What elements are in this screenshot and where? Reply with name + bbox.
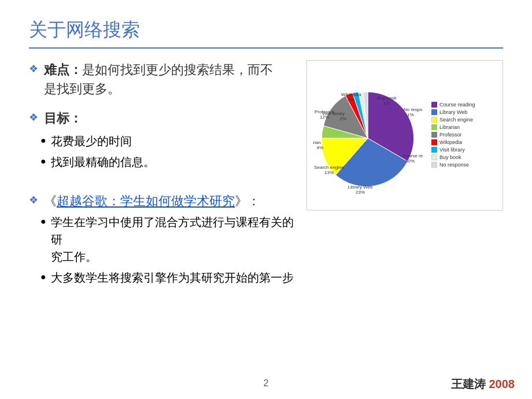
diamond-bullet-1: ❖	[29, 61, 38, 77]
legend-color-professor	[431, 132, 437, 138]
sub-bullet-2-2: ● 找到最精确的信息。	[40, 153, 155, 171]
svg-text:Librarian: Librarian	[313, 140, 321, 145]
svg-text:Course reading: Course reading	[402, 153, 423, 158]
svg-text:Buy book: Buy book	[377, 95, 397, 101]
svg-text:23%: 23%	[356, 190, 365, 195]
svg-text:Professor: Professor	[315, 109, 335, 114]
legend-color-buy-book	[431, 154, 437, 160]
sub-bullet-2-1-text: 花费最少的时间	[51, 132, 132, 150]
legend-label-library-web: Library Web	[439, 109, 467, 115]
svg-text:1%: 1%	[407, 112, 414, 117]
svg-text:1%: 1%	[383, 101, 390, 106]
bullet-2: ❖ 目标： ● 花费最少的时间 ● 找到最精确的信息。	[29, 109, 295, 174]
diamond-bullet-3: ❖	[29, 193, 38, 208]
pie-chart-container: Buy book 1% No response 1% Wikipedia 3% …	[306, 60, 503, 210]
legend-item-wikipedia: Wikipedia	[431, 139, 475, 145]
legend-label-no-response: No response	[439, 162, 469, 168]
dot-bullet-2-1: ●	[40, 134, 46, 147]
svg-text:Search engine: Search engine	[314, 165, 344, 170]
legend-color-visit-library	[431, 147, 437, 153]
bullet-2-text: 目标：	[44, 109, 82, 128]
dot-bullet-3-2: ●	[40, 270, 46, 284]
svg-text:No response: No response	[404, 107, 423, 112]
slide: 关于网络搜索 ❖ 难点：是如何找到更少的搜索结果，而不是找到更多。 ❖ 目标： …	[0, 0, 532, 399]
dot-bullet-2-2: ●	[40, 154, 46, 168]
dot-bullet-3-1: ●	[40, 215, 46, 228]
legend-label-search-engine: Search engine	[439, 117, 473, 123]
bullet-1-prefix: 难点：	[44, 62, 82, 77]
legend-label-course-reading: Course reading	[439, 102, 475, 108]
legend-color-librarian	[431, 124, 437, 130]
legend-item-no-response: No response	[431, 162, 475, 168]
legend-color-no-response	[431, 162, 437, 168]
diamond-bullet-2: ❖	[29, 110, 38, 125]
legend-color-search-engine	[431, 117, 437, 123]
pie-chart-svg: Buy book 1% No response 1% Wikipedia 3% …	[313, 72, 423, 196]
page-number: 2	[264, 378, 269, 389]
legend-item-librarian: Librarian	[431, 124, 475, 130]
legend-color-wikipedia	[431, 139, 437, 145]
legend-item-buy-book: Buy book	[431, 154, 475, 160]
page-title: 关于网络搜索	[29, 17, 503, 43]
svg-text:13%: 13%	[324, 170, 334, 175]
sub-bullets-3: ● 学生在学习中使用了混合方式进行与课程有关的研究工作。 ● 大多数学生将搜索引…	[40, 213, 295, 290]
svg-text:12%: 12%	[320, 114, 329, 120]
legend-label-buy-book: Buy book	[439, 154, 461, 160]
bullet-1: ❖ 难点：是如何找到更少的搜索结果，而不是找到更多。	[29, 60, 295, 98]
bullet-3: ❖ 《超越谷歌：学生如何做学术研究》： ● 学生在学习中使用了混合方式进行与课程…	[29, 191, 295, 290]
content-area: ❖ 难点：是如何找到更少的搜索结果，而不是找到更多。 ❖ 目标： ● 花费最少的…	[29, 60, 503, 300]
legend-label-visit-library: Visit library	[439, 147, 465, 153]
watermark-name: 王建涛	[451, 378, 486, 390]
chart-legend: Course reading Library Web Search engine	[431, 102, 475, 169]
legend-label-librarian: Librarian	[439, 124, 460, 130]
svg-text:Wikipedia: Wikipedia	[341, 92, 361, 97]
sub-bullet-2-2-text: 找到最精确的信息。	[51, 153, 155, 171]
article-link[interactable]: 超越谷歌：学生如何做学术研究	[57, 194, 235, 208]
svg-text:4%: 4%	[316, 145, 323, 150]
legend-item-visit-library: Visit library	[431, 147, 475, 153]
svg-text:Library Web: Library Web	[348, 184, 374, 190]
watermark-year: 2008	[489, 378, 515, 390]
legend-label-professor: Professor	[439, 132, 462, 138]
legend-item-professor: Professor	[431, 132, 475, 138]
legend-color-course-reading	[431, 102, 437, 108]
title-section: 关于网络搜索	[29, 17, 503, 49]
svg-text:3%: 3%	[348, 97, 354, 102]
legend-item-library-web: Library Web	[431, 109, 475, 115]
svg-text:40%: 40%	[405, 158, 415, 164]
pie-wrapper: Buy book 1% No response 1% Wikipedia 3% …	[313, 72, 428, 199]
sub-bullet-3-2-text: 大多数学生将搜索引擎作为其研究开始的第一步	[51, 269, 294, 286]
left-content: ❖ 难点：是如何找到更少的搜索结果，而不是找到更多。 ❖ 目标： ● 花费最少的…	[29, 60, 295, 300]
legend-label-wikipedia: Wikipedia	[439, 139, 462, 145]
sub-bullets-2: ● 花费最少的时间 ● 找到最精确的信息。	[40, 132, 155, 174]
chart-inner: Buy book 1% No response 1% Wikipedia 3% …	[313, 66, 497, 204]
sub-bullet-3-2: ● 大多数学生将搜索引擎作为其研究开始的第一步	[40, 269, 295, 286]
legend-item-course-reading: Course reading	[431, 102, 475, 108]
watermark: 王建涛 2008	[451, 376, 515, 392]
sub-bullet-3-1-text: 学生在学习中使用了混合方式进行与课程有关的研究工作。	[51, 213, 295, 265]
bullet-1-text: 难点：是如何找到更少的搜索结果，而不是找到更多。	[44, 60, 273, 98]
svg-text:2%: 2%	[339, 116, 346, 121]
right-content: Buy book 1% No response 1% Wikipedia 3% …	[306, 60, 503, 300]
bullet-3-text: 《超越谷歌：学生如何做学术研究》：	[44, 191, 260, 210]
sub-bullet-3-1: ● 学生在学习中使用了混合方式进行与课程有关的研究工作。	[40, 213, 295, 265]
legend-color-library-web	[431, 109, 437, 115]
legend-item-search-engine: Search engine	[431, 117, 475, 123]
sub-bullet-2-1: ● 花费最少的时间	[40, 132, 155, 150]
